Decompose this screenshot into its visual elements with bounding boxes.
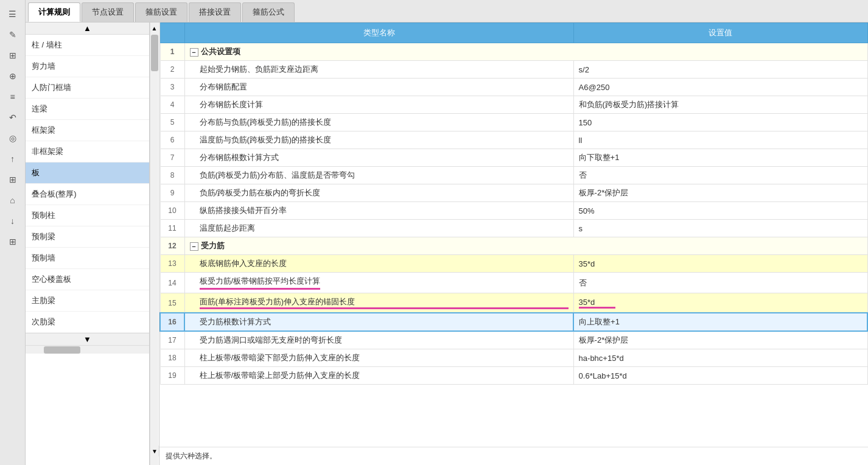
row-num: 2 [160, 61, 184, 79]
nav-item-precast-beam[interactable]: 预制梁 [26, 226, 149, 248]
row-num: 13 [160, 255, 184, 273]
v-scrollbar-tree[interactable]: ▲ ▼ [150, 23, 158, 465]
row-num: 18 [160, 349, 184, 367]
nav-item-frame-beam[interactable]: 框架梁 [26, 120, 149, 141]
tab-node-settings[interactable]: 节点设置 [82, 2, 134, 22]
col-val-header: 设置值 [573, 23, 867, 43]
row-num: 4 [160, 96, 184, 114]
row-label: 负筋(跨板受力筋)分布筋、温度筋是否带弯勾 [184, 167, 573, 184]
col-num-header [160, 23, 184, 43]
scroll-up-arrow[interactable]: ▲ [150, 23, 158, 33]
row-label: 负筋/跨板受力筋在板内的弯折长度 [184, 184, 573, 202]
row-label: 温度筋与负筋(跨板受力筋)的搭接长度 [184, 131, 573, 149]
row-num: 10 [160, 202, 184, 220]
home-icon[interactable]: ⌂ [2, 191, 23, 209]
row-label: 分布筋与负筋(跨板受力筋)的搭接长度 [184, 114, 573, 131]
row-num: 19 [160, 367, 184, 385]
h-scrollbar[interactable] [26, 345, 149, 354]
row-value[interactable]: ha-bhc+15*d [573, 349, 867, 367]
row-num: 14 [160, 273, 184, 293]
group-label: −公共设置项 [184, 43, 867, 61]
row-num: 8 [160, 167, 184, 184]
settings-table: 类型名称 设置值 1 −公共设置项 2 起始受力钢筋、负筋距支座边距离 s/2 … [159, 23, 868, 385]
tab-splice-settings[interactable]: 搭接设置 [189, 2, 241, 22]
row-label: 板受力筋/板带钢筋按平均长度计算 [184, 273, 573, 293]
row-label: 柱上板带/板带暗梁上部受力筋伸入支座的长度 [184, 367, 573, 385]
row-num: 16 [160, 313, 184, 331]
row-value[interactable]: 35*d [573, 255, 867, 273]
main-content: 计算规则 节点设置 箍筋设置 搭接设置 箍筋公式 ▲ 柱 / 墙柱 剪力墙 人防… [26, 0, 868, 465]
nav-item-secondary-rib[interactable]: 次肋梁 [26, 312, 149, 333]
down2-icon[interactable]: ↓ [2, 212, 23, 230]
row-num: 7 [160, 149, 184, 167]
list-icon[interactable]: ≡ [2, 88, 23, 106]
build-icon[interactable]: ⊞ [2, 170, 23, 189]
content-area: ▲ 柱 / 墙柱 剪力墙 人防门框墙 连梁 框架梁 非框架梁 板 叠合板(整厚)… [26, 23, 868, 465]
row-value[interactable]: s/2 [573, 61, 867, 79]
nav-item-non-frame-beam[interactable]: 非框架梁 [26, 141, 149, 163]
tab-rebar-formula[interactable]: 箍筋公式 [242, 2, 295, 22]
row-num: 6 [160, 131, 184, 149]
nav-item-composite-slab[interactable]: 叠合板(整厚) [26, 184, 149, 205]
row-label: 起始受力钢筋、负筋距支座边距离 [184, 61, 573, 79]
nav-item-shear-wall[interactable]: 剪力墙 [26, 56, 149, 77]
row-num: 11 [160, 220, 184, 237]
row-label: 分布钢筋长度计算 [184, 96, 573, 114]
row-label: 分布钢筋根数计算方式 [184, 149, 573, 167]
settings-icon[interactable]: ⊞ [2, 232, 23, 251]
group-label: −受力筋 [184, 237, 867, 255]
grid-icon[interactable]: ⊞ [2, 46, 23, 65]
row-label: 受力筋根数计算方式 [184, 313, 573, 331]
up-icon[interactable]: ↑ [2, 150, 23, 168]
nav-item-coupling-beam[interactable]: 连梁 [26, 99, 149, 120]
row-value[interactable]: s [573, 220, 867, 237]
nav-item-precast-col[interactable]: 预制柱 [26, 205, 149, 226]
row-num: 17 [160, 331, 184, 349]
nav-item-hollow-floor[interactable]: 空心楼盖板 [26, 269, 149, 290]
table-scroll-area[interactable]: 类型名称 设置值 1 −公共设置项 2 起始受力钢筋、负筋距支座边距离 s/2 … [159, 23, 868, 447]
scroll-down-btn[interactable]: ▼ [26, 333, 149, 345]
row-value[interactable]: 板厚-2*保护层 [573, 331, 867, 349]
edit-icon[interactable]: ✎ [2, 26, 23, 44]
row-value[interactable]: 板厚-2*保护层 [573, 184, 867, 202]
row-num: 12 [160, 237, 184, 255]
nav-item-precast-wall[interactable]: 预制墙 [26, 248, 149, 269]
row-value[interactable]: 0.6*Lab+15*d [573, 367, 867, 385]
nav-item-slab[interactable]: 板 [26, 163, 149, 184]
tree-panel: ▲ 柱 / 墙柱 剪力墙 人防门框墙 连梁 框架梁 非框架梁 板 叠合板(整厚)… [26, 23, 150, 465]
row-value[interactable]: 150 [573, 114, 867, 131]
row-label: 板底钢筋伸入支座的长度 [184, 255, 573, 273]
menu-icon[interactable]: ☰ [2, 5, 23, 23]
row-label: 受力筋遇洞口或端部无支座时的弯折长度 [184, 331, 573, 349]
row-num: 5 [160, 114, 184, 131]
row-num: 9 [160, 184, 184, 202]
row-num: 1 [160, 43, 184, 61]
row-value[interactable]: ll [573, 131, 867, 149]
row-value[interactable]: 向上取整+1 [573, 313, 867, 331]
tab-calc-rules[interactable]: 计算规则 [28, 2, 80, 22]
row-value[interactable]: 否 [573, 167, 867, 184]
row-value[interactable]: A6@250 [573, 79, 867, 96]
add-icon[interactable]: ⊕ [2, 67, 23, 85]
row-value[interactable]: 50% [573, 202, 867, 220]
row-label: 柱上板带/板带暗梁下部受力筋伸入支座的长度 [184, 349, 573, 367]
row-label: 温度筋起步距离 [184, 220, 573, 237]
row-value[interactable]: 向下取整+1 [573, 149, 867, 167]
tab-rebar-settings[interactable]: 箍筋设置 [135, 2, 187, 22]
scroll-up-btn[interactable]: ▲ [26, 23, 149, 35]
scroll-down-arrow[interactable]: ▼ [150, 446, 159, 456]
row-label: 面筋(单标注跨板受力筋)伸入支座的锚固长度 [184, 293, 573, 313]
tab-bar: 计算规则 节点设置 箍筋设置 搭接设置 箍筋公式 [26, 0, 868, 23]
circle-icon[interactable]: ◎ [2, 129, 23, 147]
nav-item-main-rib[interactable]: 主肋梁 [26, 290, 149, 312]
col-name-header: 类型名称 [184, 23, 573, 43]
row-value[interactable]: 否 [573, 273, 867, 293]
row-value[interactable]: 35*d [573, 293, 867, 313]
undo-icon[interactable]: ↶ [2, 108, 23, 127]
row-label: 分布钢筋配置 [184, 79, 573, 96]
footer-text: 提供六种选择。 [159, 447, 868, 465]
row-num: 3 [160, 79, 184, 96]
row-value[interactable]: 和负筋(跨板受力筋)搭接计算 [573, 96, 867, 114]
nav-item-col-wall[interactable]: 柱 / 墙柱 [26, 35, 149, 56]
nav-item-civil-door[interactable]: 人防门框墙 [26, 77, 149, 99]
